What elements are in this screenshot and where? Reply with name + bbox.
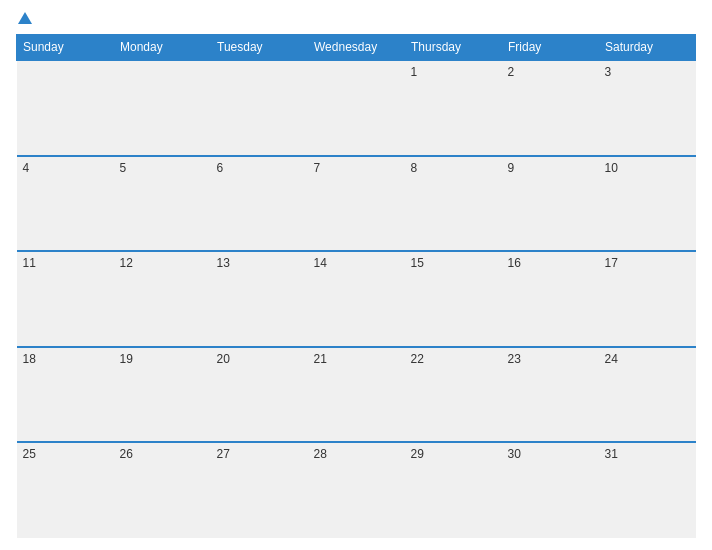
weekday-header-monday: Monday <box>114 35 211 61</box>
calendar-cell: 25 <box>17 442 114 538</box>
day-number: 17 <box>605 256 618 270</box>
weekday-header-sunday: Sunday <box>17 35 114 61</box>
day-number: 27 <box>217 447 230 461</box>
day-number: 26 <box>120 447 133 461</box>
calendar-cell: 17 <box>599 251 696 347</box>
day-number: 23 <box>508 352 521 366</box>
logo-triangle-icon <box>18 12 32 24</box>
day-number: 15 <box>411 256 424 270</box>
calendar-cell: 6 <box>211 156 308 252</box>
calendar-cell: 16 <box>502 251 599 347</box>
week-row-3: 11121314151617 <box>17 251 696 347</box>
day-number: 2 <box>508 65 515 79</box>
day-number: 29 <box>411 447 424 461</box>
header <box>16 12 696 24</box>
calendar-cell <box>308 60 405 156</box>
weekday-header-thursday: Thursday <box>405 35 502 61</box>
day-number: 30 <box>508 447 521 461</box>
day-number: 14 <box>314 256 327 270</box>
calendar-cell: 10 <box>599 156 696 252</box>
calendar-cell: 15 <box>405 251 502 347</box>
calendar-cell <box>211 60 308 156</box>
calendar-cell: 31 <box>599 442 696 538</box>
calendar-cell: 14 <box>308 251 405 347</box>
day-number: 7 <box>314 161 321 175</box>
week-row-5: 25262728293031 <box>17 442 696 538</box>
calendar-cell: 20 <box>211 347 308 443</box>
day-number: 9 <box>508 161 515 175</box>
day-number: 25 <box>23 447 36 461</box>
calendar-cell <box>114 60 211 156</box>
calendar-cell: 24 <box>599 347 696 443</box>
calendar-cell: 1 <box>405 60 502 156</box>
calendar-cell: 11 <box>17 251 114 347</box>
calendar-cell: 27 <box>211 442 308 538</box>
day-number: 11 <box>23 256 36 270</box>
calendar-cell <box>17 60 114 156</box>
calendar-cell: 21 <box>308 347 405 443</box>
day-number: 5 <box>120 161 127 175</box>
calendar-cell: 29 <box>405 442 502 538</box>
weekday-header-tuesday: Tuesday <box>211 35 308 61</box>
calendar-cell: 2 <box>502 60 599 156</box>
calendar-cell: 19 <box>114 347 211 443</box>
day-number: 18 <box>23 352 36 366</box>
calendar-table: SundayMondayTuesdayWednesdayThursdayFrid… <box>16 34 696 538</box>
calendar-cell: 3 <box>599 60 696 156</box>
calendar-cell: 9 <box>502 156 599 252</box>
weekday-header-saturday: Saturday <box>599 35 696 61</box>
logo <box>16 12 32 24</box>
day-number: 20 <box>217 352 230 366</box>
calendar-cell: 12 <box>114 251 211 347</box>
weekday-header-friday: Friday <box>502 35 599 61</box>
calendar-cell: 28 <box>308 442 405 538</box>
week-row-2: 45678910 <box>17 156 696 252</box>
day-number: 21 <box>314 352 327 366</box>
day-number: 28 <box>314 447 327 461</box>
day-number: 8 <box>411 161 418 175</box>
calendar-cell: 5 <box>114 156 211 252</box>
day-number: 3 <box>605 65 612 79</box>
calendar-cell: 23 <box>502 347 599 443</box>
day-number: 22 <box>411 352 424 366</box>
day-number: 16 <box>508 256 521 270</box>
day-number: 31 <box>605 447 618 461</box>
day-number: 6 <box>217 161 224 175</box>
calendar-cell: 8 <box>405 156 502 252</box>
day-number: 24 <box>605 352 618 366</box>
day-number: 10 <box>605 161 618 175</box>
calendar-cell: 30 <box>502 442 599 538</box>
calendar-cell: 22 <box>405 347 502 443</box>
calendar-wrapper: SundayMondayTuesdayWednesdayThursdayFrid… <box>0 0 712 550</box>
day-number: 19 <box>120 352 133 366</box>
calendar-cell: 4 <box>17 156 114 252</box>
calendar-cell: 26 <box>114 442 211 538</box>
calendar-cell: 13 <box>211 251 308 347</box>
calendar-cell: 7 <box>308 156 405 252</box>
day-number: 13 <box>217 256 230 270</box>
weekday-header-row: SundayMondayTuesdayWednesdayThursdayFrid… <box>17 35 696 61</box>
day-number: 4 <box>23 161 30 175</box>
calendar-cell: 18 <box>17 347 114 443</box>
weekday-header-wednesday: Wednesday <box>308 35 405 61</box>
day-number: 1 <box>411 65 418 79</box>
week-row-4: 18192021222324 <box>17 347 696 443</box>
day-number: 12 <box>120 256 133 270</box>
week-row-1: 123 <box>17 60 696 156</box>
